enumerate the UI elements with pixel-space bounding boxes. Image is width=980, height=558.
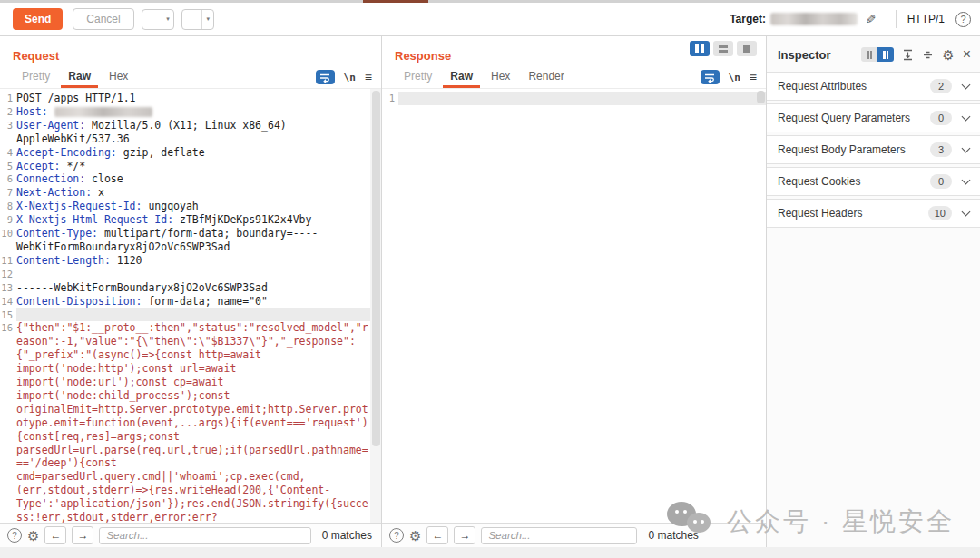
- http-version-selector[interactable]: HTTP/1: [907, 13, 945, 25]
- edit-target-pencil-icon[interactable]: ✎: [863, 14, 877, 24]
- section-label: Request Cookies: [778, 175, 860, 188]
- editor-line: 8X-Nextjs-Request-Id: ungqoyah: [0, 200, 381, 213]
- line-text: User-Agent: Mozilla/5.0 (X11; Linux x86_…: [16, 119, 381, 146]
- inspector-section-request-cookies[interactable]: Request Cookies0: [767, 167, 980, 196]
- line-text: [16, 308, 381, 322]
- inspector-title: Inspector: [778, 48, 831, 62]
- word-wrap-toggle-icon[interactable]: [316, 70, 335, 84]
- history-back-button[interactable]: < ▾: [142, 9, 174, 30]
- line-number: 1: [0, 92, 16, 105]
- expand-all-icon[interactable]: [902, 49, 914, 61]
- help-icon[interactable]: ?: [956, 12, 971, 27]
- line-text: Next-Action: x: [16, 186, 381, 200]
- section-count-badge: 3: [930, 142, 952, 157]
- show-newlines-icon[interactable]: \n: [344, 72, 356, 83]
- forward-dropdown-icon[interactable]: ▾: [201, 10, 213, 29]
- request-panel-title: Request: [13, 49, 59, 63]
- inspector-panel: Inspector ⚙ × Request Attributes2Request…: [767, 36, 980, 547]
- inspector-pane-toggle: [861, 47, 894, 62]
- chevron-down-icon[interactable]: [962, 208, 971, 217]
- line-number: 1: [382, 92, 398, 105]
- response-search-input[interactable]: [481, 527, 637, 544]
- tab-hex[interactable]: Hex: [482, 70, 519, 88]
- editor-line: 12: [0, 268, 381, 281]
- target-label: Target:: [730, 13, 766, 25]
- request-panel: Request PrettyRawHex \n ≡ 1POST /apps HT…: [0, 36, 382, 547]
- word-wrap-toggle-icon[interactable]: [701, 70, 720, 84]
- cancel-button[interactable]: Cancel: [73, 8, 133, 30]
- section-count-badge: 0: [930, 111, 952, 125]
- tab-pretty[interactable]: Pretty: [395, 70, 441, 88]
- history-forward-button[interactable]: > ▾: [181, 9, 214, 30]
- tab-raw[interactable]: Raw: [441, 70, 482, 88]
- back-arrow-icon: <: [142, 10, 162, 30]
- inspector-section-request-headers[interactable]: Request Headers10: [767, 199, 980, 228]
- forward-arrow-icon: >: [182, 10, 202, 30]
- line-text: [398, 92, 766, 105]
- line-text: {"then":"$1:__proto__:then","status":"re…: [16, 321, 381, 523]
- request-scrollbar[interactable]: [370, 89, 381, 523]
- layout-rows-icon[interactable]: [713, 41, 733, 56]
- section-count-badge: 0: [930, 174, 952, 189]
- response-tabs: PrettyRawHexRender \n ≡: [382, 67, 766, 89]
- pane-right-icon[interactable]: [877, 47, 894, 62]
- chevron-down-icon[interactable]: [962, 81, 971, 90]
- inspector-section-request-attributes[interactable]: Request Attributes2: [767, 72, 980, 101]
- show-newlines-icon[interactable]: \n: [729, 72, 740, 83]
- tab-render[interactable]: Render: [519, 70, 573, 88]
- request-search-input[interactable]: [99, 527, 310, 544]
- editor-menu-icon[interactable]: ≡: [750, 70, 757, 84]
- search-next-button[interactable]: →: [72, 526, 93, 544]
- send-button[interactable]: Send: [13, 8, 63, 30]
- search-prev-button[interactable]: ←: [44, 526, 66, 544]
- search-settings-gear-icon[interactable]: ⚙: [409, 529, 421, 543]
- line-number: 4: [0, 146, 16, 160]
- line-number: 6: [0, 172, 16, 186]
- back-dropdown-icon[interactable]: ▾: [162, 10, 173, 29]
- editor-line: 15: [0, 308, 381, 322]
- search-help-icon[interactable]: ?: [389, 528, 404, 543]
- line-text: POST /apps HTTP/1.1: [16, 92, 381, 105]
- response-panel-title: Response: [395, 49, 451, 63]
- layout-single-icon[interactable]: [737, 41, 757, 56]
- line-number: 8: [0, 200, 16, 213]
- search-prev-button[interactable]: ←: [426, 526, 448, 544]
- line-number: 12: [0, 268, 16, 281]
- layout-columns-icon[interactable]: [690, 41, 710, 56]
- inspector-section-request-body-parameters[interactable]: Request Body Parameters3: [767, 135, 980, 164]
- search-settings-gear-icon[interactable]: ⚙: [27, 529, 39, 543]
- editor-menu-icon[interactable]: ≡: [365, 70, 372, 84]
- chevron-down-icon[interactable]: [962, 144, 971, 153]
- collapse-all-icon[interactable]: [922, 49, 934, 61]
- inspector-section-request-query-parameters[interactable]: Request Query Parameters0: [767, 103, 980, 132]
- line-number: 7: [0, 186, 16, 200]
- tab-raw[interactable]: Raw: [59, 70, 100, 88]
- line-number: 16: [0, 321, 16, 523]
- request-editor[interactable]: 1POST /apps HTTP/1.12Host: 3User-Agent: …: [0, 89, 381, 523]
- line-number: 10: [0, 227, 16, 254]
- tab-pretty[interactable]: Pretty: [13, 70, 59, 88]
- search-help-icon[interactable]: ?: [7, 528, 22, 543]
- tab-hex[interactable]: Hex: [100, 70, 137, 88]
- line-number: 5: [0, 160, 16, 173]
- line-number: 13: [0, 281, 16, 295]
- line-number: 11: [0, 254, 16, 268]
- response-search-bar: ? ⚙ ← → 0 matches: [382, 523, 766, 547]
- chevron-down-icon[interactable]: [962, 176, 971, 185]
- editor-line: 11Content-Length: 1120: [0, 254, 381, 268]
- section-label: Request Headers: [778, 207, 862, 220]
- editor-line: 7Next-Action: x: [0, 186, 381, 200]
- inspector-close-icon[interactable]: ×: [963, 47, 971, 62]
- window-top-strip: [0, 0, 980, 3]
- search-next-button[interactable]: →: [454, 526, 475, 544]
- pane-left-icon[interactable]: [861, 47, 877, 62]
- response-editor[interactable]: 1: [382, 89, 766, 523]
- repeater-toolbar: Send Cancel < ▾ > ▾ Target: ✎ HTTP/1 ?: [0, 3, 980, 36]
- layout-toggles: [690, 41, 757, 56]
- response-scrollbar[interactable]: [755, 89, 766, 523]
- burp-repeater-window: Send Cancel < ▾ > ▾ Target: ✎ HTTP/1 ? R…: [0, 0, 980, 558]
- inspector-settings-gear-icon[interactable]: ⚙: [942, 48, 954, 62]
- section-count-badge: 10: [928, 206, 952, 220]
- line-text: Accept-Encoding: gzip, deflate: [16, 146, 381, 160]
- chevron-down-icon[interactable]: [962, 113, 971, 122]
